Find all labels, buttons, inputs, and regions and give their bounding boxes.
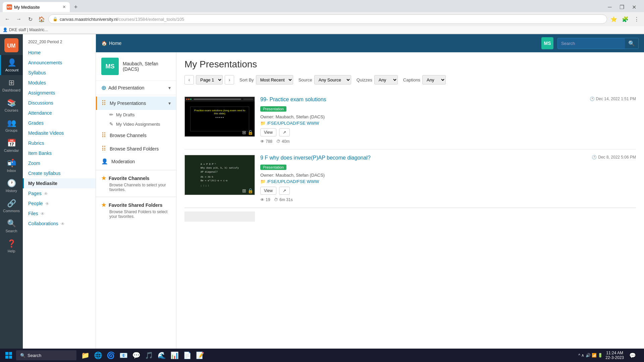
- maximize-button[interactable]: ❐: [617, 2, 627, 12]
- nav-browse-channels[interactable]: ⠿ Browse Channels: [96, 129, 176, 142]
- taskbar-file-explorer[interactable]: 📁: [79, 349, 91, 361]
- sort-by-select[interactable]: Most Recent Oldest A-Z: [256, 75, 293, 84]
- nav-my-drafts[interactable]: ✏ My Drafts: [96, 110, 176, 119]
- taskbar-chrome[interactable]: 🌐: [92, 349, 104, 361]
- video-path-2: 📁 /FSE/UPLOAD/FSE WWW: [260, 179, 636, 184]
- video-thumbnail-partial: [184, 212, 255, 222]
- course-title: 2022_200 Period 2: [23, 38, 96, 48]
- new-tab-button[interactable]: +: [71, 2, 80, 12]
- course-nav-my-mediasite[interactable]: My Mediasite: [23, 178, 96, 188]
- course-nav-home[interactable]: Home: [23, 48, 96, 58]
- taskbar-excel[interactable]: 📊: [168, 349, 180, 361]
- add-presentation-button[interactable]: ⊕ Add Presentation ▾: [96, 81, 176, 95]
- course-nav-attendance[interactable]: Attendance: [23, 108, 96, 118]
- sidebar-item-search[interactable]: 🔍 Search: [0, 216, 23, 236]
- course-nav-rubrics[interactable]: Rubrics: [23, 138, 96, 148]
- course-nav-pages[interactable]: Pages 👁: [23, 188, 96, 198]
- taskbar-outlook[interactable]: 📧: [117, 349, 129, 361]
- taskbar-word[interactable]: 📝: [194, 349, 206, 361]
- fav-channels-title: ★ Favorite Channels: [101, 175, 171, 181]
- svg-rect-3: [9, 352, 12, 355]
- next-page-button[interactable]: ›: [225, 75, 234, 84]
- ms-home-label: Home: [109, 41, 121, 46]
- course-nav-files[interactable]: Files 👁: [23, 208, 96, 219]
- sidebar-item-inbox[interactable]: 📬 Inbox: [0, 156, 23, 176]
- video-thumbnail-1[interactable]: Practice exam solutions (long exam next …: [184, 97, 255, 137]
- view-button-2[interactable]: View: [260, 187, 276, 195]
- bookmark-button[interactable]: ⭐: [609, 14, 619, 24]
- taskbar-acrobat[interactable]: 📄: [181, 349, 193, 361]
- course-nav-discussions[interactable]: Discussions: [23, 98, 96, 108]
- canvas-logo[interactable]: UM: [3, 37, 20, 54]
- menu-button[interactable]: ⋮: [632, 14, 641, 24]
- course-nav-mediasite[interactable]: Mediasite Videos: [23, 128, 96, 138]
- course-nav-people[interactable]: People 👁: [23, 198, 96, 208]
- breadcrumb-text: DKE staff | Maastric...: [9, 27, 48, 32]
- nav-my-video-assignments[interactable]: ✎ My Video Assignments: [96, 119, 176, 129]
- extensions-button[interactable]: 🧩: [621, 14, 630, 24]
- sidebar-item-history[interactable]: 🕐 History: [0, 176, 23, 196]
- taskbar-search-button[interactable]: 🔍 Search: [16, 350, 76, 360]
- sort-by-label: Sort By: [239, 77, 254, 82]
- sidebar-item-groups[interactable]: 👥 Groups: [0, 115, 23, 135]
- forward-button[interactable]: →: [14, 14, 23, 24]
- course-nav-item-banks[interactable]: Item Banks: [23, 148, 96, 158]
- nav-browse-shared-folders[interactable]: ⠿ Browse Shared Folders: [96, 142, 176, 156]
- tab-close-button[interactable]: ×: [63, 4, 66, 10]
- commons-icon: 🔗: [7, 199, 16, 208]
- nav-moderation[interactable]: 👤 Moderation: [96, 156, 176, 167]
- taskbar-ie[interactable]: 🌀: [105, 349, 117, 361]
- start-button[interactable]: [3, 349, 15, 361]
- course-nav-assignments[interactable]: Assignments: [23, 88, 96, 98]
- sidebar-item-calendar[interactable]: 📅 Calendar: [0, 135, 23, 156]
- source-select[interactable]: Any Source: [314, 75, 351, 84]
- dropdown-arrow-icon: ▾: [168, 85, 171, 90]
- share-button-1[interactable]: ↗: [279, 128, 290, 136]
- home-button[interactable]: 🏠: [37, 14, 46, 24]
- back-button[interactable]: ←: [3, 14, 12, 24]
- taskbar-spotify[interactable]: 🎵: [143, 349, 155, 361]
- minimize-button[interactable]: ─: [605, 2, 614, 12]
- course-nav-modules[interactable]: Modules: [23, 78, 96, 88]
- course-nav-collaborations[interactable]: Collaborations 👁: [23, 219, 96, 229]
- share-button-2[interactable]: ↗: [279, 187, 290, 195]
- sidebar-item-commons[interactable]: 🔗 Commons: [0, 196, 23, 216]
- course-nav-zoom[interactable]: Zoom: [23, 158, 96, 168]
- ms-user-avatar: MS: [101, 58, 119, 75]
- ms-user-badge[interactable]: MS: [541, 37, 553, 49]
- sidebar-item-label: Commons: [3, 209, 20, 213]
- sidebar-item-courses[interactable]: 📚 Courses: [0, 95, 23, 115]
- browse-shared-folders-icon: ⠿: [101, 145, 106, 153]
- view-button-1[interactable]: View: [260, 128, 276, 136]
- video-thumbnail-2[interactable]: A = P D P⁻¹ Why does p(A, k, k) satisfy …: [184, 155, 255, 195]
- refresh-button[interactable]: ↻: [25, 14, 35, 24]
- page-select[interactable]: Page 1: [196, 75, 223, 84]
- ms-home-link[interactable]: 🏠 Home: [101, 41, 121, 46]
- ms-search-input[interactable]: [558, 39, 625, 48]
- browser-tab[interactable]: MS My Mediasite ×: [3, 2, 70, 12]
- sidebar-item-dashboard[interactable]: ⊞ Dashboard: [0, 75, 23, 95]
- course-nav-announcements[interactable]: Announcements: [23, 58, 96, 68]
- captions-select[interactable]: Any: [422, 75, 446, 84]
- sidebar-item-account[interactable]: 👤 Account: [0, 55, 23, 75]
- ms-search-box: 🔍: [557, 38, 639, 49]
- sidebar-item-label: Search: [6, 229, 17, 233]
- course-nav-syllabus[interactable]: Syllabus: [23, 68, 96, 78]
- video-owner-2: Owner: Maubach, Stefan (DACS): [260, 173, 636, 178]
- help-icon: ❓: [7, 239, 16, 248]
- ms-search-button[interactable]: 🔍: [625, 38, 638, 49]
- video-card-partial: [184, 208, 636, 225]
- sidebar-item-help[interactable]: ❓ Help: [0, 236, 23, 256]
- notification-button[interactable]: 💬: [627, 349, 639, 361]
- close-window-button[interactable]: ✕: [629, 2, 639, 12]
- taskbar-edge[interactable]: 🌊: [156, 349, 168, 361]
- video-title-1[interactable]: 99- Practice exam solutions: [260, 97, 326, 103]
- course-nav-grades[interactable]: Grades: [23, 118, 96, 128]
- course-nav-create-syllabus[interactable]: Create syllabus: [23, 168, 96, 178]
- quizzes-select[interactable]: Any: [374, 75, 398, 84]
- nav-my-presentations[interactable]: ⠿ My Presentations ▾: [96, 97, 176, 110]
- address-bar[interactable]: 🔒 canvas.maastrichtuniversity.nl/courses…: [48, 14, 607, 24]
- prev-page-button[interactable]: ‹: [184, 75, 194, 84]
- video-title-2[interactable]: 9 F why does inverse(P)AP become diagona…: [260, 155, 371, 161]
- taskbar-teams[interactable]: 💬: [130, 349, 142, 361]
